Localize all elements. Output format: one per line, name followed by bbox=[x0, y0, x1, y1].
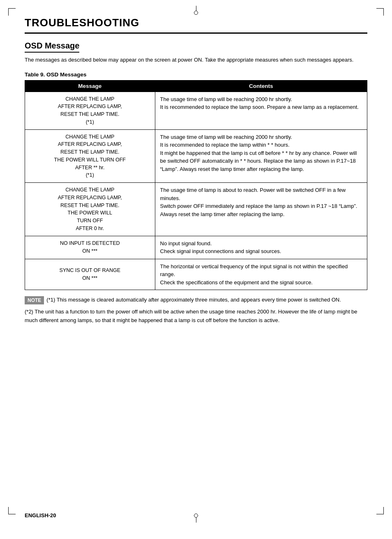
col-header-message: Message bbox=[25, 80, 155, 92]
footnote: (*2) The unit has a function to turn the… bbox=[25, 308, 367, 325]
page-title: TROUBLESHOOTING bbox=[25, 16, 367, 34]
table-row: CHANGE THE LAMPAFTER REPLACING LAMP,RESE… bbox=[25, 183, 367, 236]
section-title: OSD Message bbox=[25, 41, 79, 53]
corner-mark-tl bbox=[8, 8, 16, 16]
table-row: SYNC IS OUT OF RANGEON ***The horizontal… bbox=[25, 259, 367, 290]
footer-page-number: ENGLISH-20 bbox=[25, 512, 56, 518]
corner-mark-br bbox=[376, 507, 384, 514]
table-cell-message: CHANGE THE LAMPAFTER REPLACING LAMP,RESE… bbox=[25, 183, 155, 236]
table-cell-message: SYNC IS OUT OF RANGEON *** bbox=[25, 259, 155, 290]
note-box: NOTE (*1) This message is cleared automa… bbox=[25, 296, 367, 304]
table-cell-message: CHANGE THE LAMPAFTER REPLACING LAMP,RESE… bbox=[25, 129, 155, 183]
col-header-contents: Contents bbox=[155, 80, 367, 92]
table-row: NO INPUT IS DETECTEDON ***No input signa… bbox=[25, 236, 367, 259]
corner-mark-tr bbox=[376, 8, 384, 16]
table-cell-message: CHANGE THE LAMPAFTER REPLACING LAMP,RESE… bbox=[25, 92, 155, 129]
table-row: CHANGE THE LAMPAFTER REPLACING LAMP,RESE… bbox=[25, 129, 367, 183]
section-description: The messages as described below may appe… bbox=[25, 56, 367, 64]
page: TROUBLESHOOTING OSD Message The messages… bbox=[0, 0, 392, 539]
note-label: NOTE bbox=[25, 296, 44, 304]
table-cell-contents: No input signal found.Check signal input… bbox=[155, 236, 367, 259]
bottom-center-mark bbox=[194, 514, 198, 523]
table-cell-message: NO INPUT IS DETECTEDON *** bbox=[25, 236, 155, 259]
table-cell-contents: The usage time of lamp is about to reach… bbox=[155, 183, 367, 236]
table-row: CHANGE THE LAMPAFTER REPLACING LAMP,RESE… bbox=[25, 92, 367, 129]
osd-table: Message Contents CHANGE THE LAMPAFTER RE… bbox=[25, 80, 367, 290]
table-cell-contents: The usage time of lamp will be reaching … bbox=[155, 129, 367, 183]
top-center-mark bbox=[194, 6, 198, 15]
note-text: (*1) This message is cleared automatical… bbox=[46, 296, 367, 304]
table-cell-contents: The usage time of lamp will be reaching … bbox=[155, 92, 367, 129]
table-title: Table 9. OSD Messages bbox=[25, 71, 367, 78]
corner-mark-bl bbox=[8, 507, 16, 514]
table-cell-contents: The horizontal or vertical frequency of … bbox=[155, 259, 367, 290]
